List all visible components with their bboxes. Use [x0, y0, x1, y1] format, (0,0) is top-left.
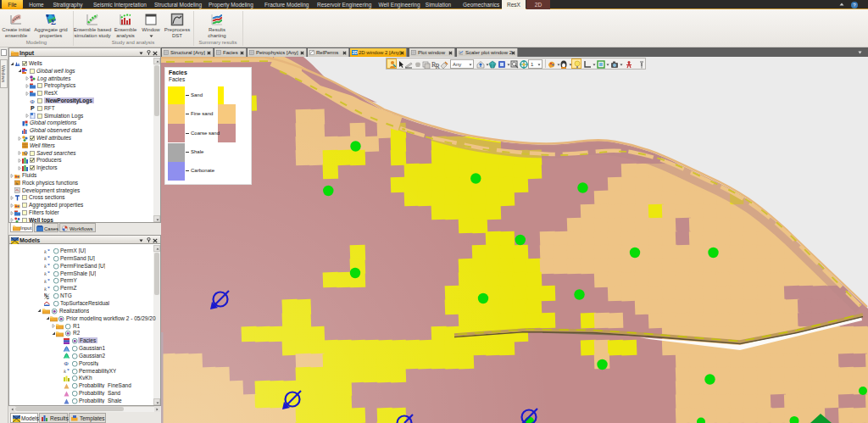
- svg-text:k: k: [44, 286, 47, 292]
- svg-text:Φ: Φ: [31, 98, 35, 104]
- svg-text:k: k: [44, 248, 47, 254]
- svg-text:fx: fx: [16, 181, 19, 186]
- svg-text:P: P: [31, 105, 35, 111]
- svg-text:k: k: [44, 255, 47, 261]
- svg-text:k: k: [44, 263, 47, 269]
- svg-text:Φ: Φ: [64, 360, 69, 366]
- svg-text:k: k: [44, 270, 47, 276]
- svg-text:Σ: Σ: [51, 18, 56, 26]
- svg-text:k: k: [64, 368, 66, 374]
- svg-text:2D: 2D: [353, 50, 359, 55]
- svg-text:k: k: [44, 278, 47, 284]
